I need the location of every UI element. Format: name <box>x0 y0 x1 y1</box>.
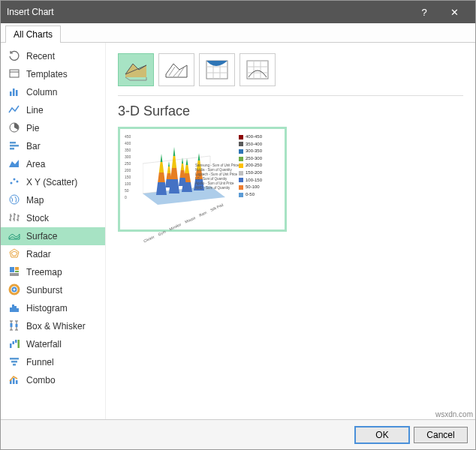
category-label: Surface <box>26 231 57 242</box>
category-treemap[interactable]: Treemap <box>1 263 105 281</box>
histogram-icon <box>8 302 20 316</box>
category-label: Column <box>26 87 57 98</box>
legend-item: 400-450 <box>239 134 280 141</box>
help-button[interactable]: ? <box>409 1 439 23</box>
svg-rect-15 <box>15 267 19 270</box>
ok-button[interactable]: OK <box>355 427 409 443</box>
legend-label: 100-150 <box>246 177 262 184</box>
tabstrip: All Charts <box>1 23 475 43</box>
dialog-body: Recent Templates Column Line Pie Bar Are… <box>1 43 475 419</box>
svg-rect-24 <box>11 323 13 327</box>
svg-rect-30 <box>10 358 19 360</box>
category-sunburst[interactable]: Sunburst <box>1 281 105 299</box>
svg-point-10 <box>17 180 19 182</box>
svg-rect-34 <box>13 378 15 384</box>
swatch <box>239 149 243 154</box>
subtype-contour[interactable] <box>199 53 235 86</box>
legend-item: 150-200 <box>239 170 280 177</box>
svg-rect-29 <box>18 340 20 348</box>
svg-rect-22 <box>14 306 17 312</box>
legend-label: 200-250 <box>246 162 262 170</box>
legend-label: 400-450 <box>246 134 262 141</box>
category-label: Recent <box>26 51 55 62</box>
map-icon <box>8 194 20 208</box>
legend-item: 250-300 <box>239 155 280 163</box>
swatch <box>239 178 243 182</box>
category-column[interactable]: Column <box>1 83 105 101</box>
y-tick: 250 <box>125 160 131 167</box>
svg-rect-2 <box>13 88 15 96</box>
swatch <box>239 135 243 140</box>
stock-icon <box>8 212 20 226</box>
legend-label: 250-300 <box>246 155 262 163</box>
subtype-wireframe-3d-surface[interactable] <box>158 53 194 86</box>
category-label: Treemap <box>26 267 62 278</box>
category-pie[interactable]: Pie <box>1 119 105 137</box>
legend-label: 0-50 <box>246 191 255 199</box>
legend-item: 350-400 <box>239 141 280 148</box>
svg-point-9 <box>14 178 16 180</box>
y-tick: 400 <box>125 140 131 147</box>
category-scatter[interactable]: X Y (Scatter) <box>1 173 105 191</box>
category-stock[interactable]: Stock <box>1 209 105 227</box>
category-label: Radar <box>26 249 51 260</box>
category-combo[interactable]: Combo <box>1 371 105 389</box>
cancel-button[interactable]: Cancel <box>414 427 468 443</box>
subtype-wireframe-contour[interactable] <box>240 53 276 86</box>
category-radar[interactable]: Radar <box>1 245 105 263</box>
category-histogram[interactable]: Histogram <box>1 299 105 317</box>
category-label: Area <box>26 159 45 170</box>
close-button[interactable]: ✕ <box>439 1 469 23</box>
category-line[interactable]: Line <box>1 101 105 119</box>
svg-rect-32 <box>13 364 16 366</box>
category-label: Line <box>26 105 44 116</box>
dialog-footer: OK Cancel <box>1 419 475 449</box>
chart-preview[interactable]: 450 400 350 300 250 200 150 100 50 0 <box>118 127 287 232</box>
category-recent[interactable]: Recent <box>1 47 105 65</box>
swatch <box>239 185 243 190</box>
svg-rect-3 <box>16 90 18 96</box>
x-cat: Ram <box>198 210 207 218</box>
box-whisker-icon <box>8 320 20 334</box>
legend-item: 50-100 <box>239 184 280 191</box>
category-label: Waterfall <box>26 339 62 350</box>
swatch <box>239 171 243 176</box>
y-tick: 200 <box>125 167 131 174</box>
category-surface[interactable]: Surface <box>1 227 105 245</box>
radar-icon <box>8 248 20 262</box>
svg-rect-27 <box>13 341 15 344</box>
category-label: Histogram <box>26 303 68 314</box>
x-cat: Monitor <box>168 222 182 231</box>
legend-item: 0-50 <box>239 191 280 199</box>
swatch <box>239 157 243 161</box>
recent-icon <box>8 50 20 64</box>
svg-point-8 <box>11 182 13 184</box>
bar-icon <box>8 140 20 154</box>
tab-all-charts[interactable]: All Charts <box>5 26 61 43</box>
category-bar[interactable]: Bar <box>1 137 105 155</box>
swatch <box>239 193 243 197</box>
combo-icon <box>8 374 20 388</box>
svg-rect-20 <box>10 308 12 312</box>
svg-rect-25 <box>16 324 18 327</box>
category-funnel[interactable]: Funnel <box>1 353 105 371</box>
x-cat: Mouse <box>184 215 196 224</box>
area-icon <box>8 158 20 172</box>
category-label: X Y (Scatter) <box>26 177 77 188</box>
svg-rect-16 <box>15 271 19 272</box>
legend-label: 150-200 <box>246 170 262 177</box>
category-waterfall[interactable]: Waterfall <box>1 335 105 353</box>
category-templates[interactable]: Templates <box>1 65 105 83</box>
templates-icon <box>8 68 20 82</box>
category-area[interactable]: Area <box>1 155 105 173</box>
main-pane: 3-D Surface 450 400 350 300 250 200 150 … <box>106 43 475 419</box>
svg-rect-28 <box>15 340 17 343</box>
svg-rect-17 <box>10 273 19 276</box>
subtype-3d-surface[interactable] <box>118 53 154 86</box>
category-box-whisker[interactable]: Box & Whisker <box>1 317 105 335</box>
category-label: Bar <box>26 141 41 152</box>
watermark: wsxdn.com <box>435 410 473 418</box>
category-map[interactable]: Map <box>1 191 105 209</box>
svg-rect-1 <box>10 92 12 96</box>
chart-category-list: Recent Templates Column Line Pie Bar Are… <box>1 43 106 419</box>
